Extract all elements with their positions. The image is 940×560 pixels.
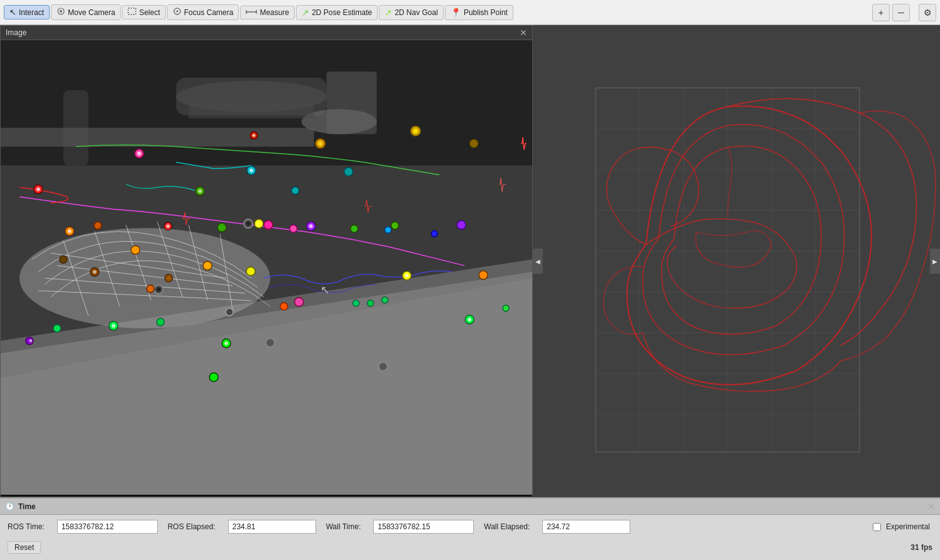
- svg-point-71: [93, 270, 97, 274]
- svg-point-78: [353, 300, 359, 306]
- image-panel-label: Image: [6, 28, 26, 37]
- experimental-label: Experimental: [886, 522, 930, 531]
- svg-point-31: [209, 373, 218, 382]
- svg-rect-94: [533, 25, 940, 497]
- time-title: 🕐 Time: [5, 502, 36, 511]
- svg-point-45: [29, 339, 32, 342]
- publish-point-icon: 📍: [451, 8, 461, 18]
- nav-goal-label: 2D Nav Goal: [395, 8, 438, 17]
- svg-point-79: [368, 300, 374, 306]
- svg-point-73: [60, 256, 67, 263]
- minus-icon: ─: [898, 8, 904, 18]
- svg-point-64: [295, 298, 303, 306]
- svg-point-82: [385, 227, 391, 233]
- svg-point-55: [246, 222, 250, 225]
- svg-point-75: [94, 222, 102, 229]
- publish-point-button[interactable]: 📍 Publish Point: [445, 5, 513, 20]
- svg-point-84: [156, 318, 164, 326]
- ros-time-label: ROS Time:: [8, 522, 45, 531]
- measure-icon: [246, 8, 257, 17]
- svg-point-80: [382, 297, 388, 303]
- gear-icon: ⚙: [924, 8, 932, 18]
- map-visualization[interactable]: [533, 25, 940, 497]
- settings-button[interactable]: ⚙: [919, 4, 936, 21]
- svg-point-88: [413, 129, 418, 134]
- time-panel-label: Time: [18, 502, 36, 511]
- image-panel: Image ✕: [0, 25, 533, 497]
- svg-point-72: [165, 274, 172, 282]
- measure-button[interactable]: Measure: [240, 6, 295, 19]
- svg-point-63: [264, 220, 273, 229]
- interact-label: Interact: [19, 8, 44, 17]
- ros-elapsed-label: ROS Elapsed:: [168, 522, 216, 531]
- svg-point-38: [36, 187, 40, 191]
- move-camera-icon: [57, 7, 65, 18]
- wall-time-input[interactable]: [373, 520, 474, 534]
- ros-time-input[interactable]: [57, 520, 158, 534]
- select-icon: [128, 8, 136, 17]
- publish-point-label: Publish Point: [464, 8, 508, 17]
- focus-camera-icon: [173, 7, 182, 18]
- svg-point-34: [131, 245, 140, 254]
- svg-point-60: [226, 308, 233, 316]
- image-panel-close[interactable]: ✕: [520, 28, 527, 38]
- svg-point-40: [167, 225, 170, 228]
- focus-camera-label: Focus Camera: [184, 8, 234, 17]
- svg-point-93: [253, 134, 256, 137]
- svg-point-49: [292, 186, 299, 194]
- select-label: Select: [139, 8, 160, 17]
- svg-rect-2: [128, 8, 136, 14]
- focus-camera-button[interactable]: Focus Camera: [167, 4, 239, 20]
- reset-button[interactable]: Reset: [8, 541, 41, 554]
- svg-rect-19: [1, 128, 314, 147]
- svg-rect-20: [189, 103, 314, 119]
- remove-button[interactable]: ─: [892, 4, 910, 21]
- pose-estimate-button[interactable]: ↗ 2D Pose Estimate: [296, 5, 378, 20]
- map-collapse-left-button[interactable]: ◀: [533, 249, 543, 274]
- svg-point-85: [53, 325, 61, 332]
- svg-point-66: [198, 189, 202, 193]
- map-collapse-right-button[interactable]: ▶: [930, 249, 940, 274]
- svg-point-30: [224, 342, 228, 345]
- svg-point-69: [351, 225, 358, 232]
- select-button[interactable]: Select: [122, 5, 165, 19]
- image-canvas[interactable]: ↖: [1, 40, 532, 495]
- nav-goal-button[interactable]: ↗ 2D Nav Goal: [379, 5, 444, 20]
- svg-point-26: [112, 324, 116, 328]
- toolbar-right: + ─ ⚙: [872, 4, 936, 21]
- svg-point-68: [391, 222, 399, 229]
- experimental-area: Experimental: [873, 522, 932, 531]
- plus-icon: +: [878, 8, 883, 18]
- wall-elapsed-input[interactable]: [542, 520, 630, 534]
- svg-point-62: [137, 152, 141, 156]
- clock-icon: 🕐: [5, 502, 14, 511]
- svg-point-89: [469, 139, 478, 148]
- svg-point-76: [280, 303, 288, 310]
- ros-elapsed-input[interactable]: [228, 520, 316, 534]
- svg-point-28: [467, 318, 471, 321]
- interact-button[interactable]: ↖ Interact: [4, 5, 50, 19]
- svg-point-83: [431, 230, 437, 237]
- move-camera-button[interactable]: Move Camera: [51, 4, 121, 20]
- svg-point-74: [146, 285, 154, 293]
- svg-point-52: [246, 267, 255, 276]
- svg-point-48: [344, 168, 353, 176]
- time-panel-close[interactable]: ✕: [927, 502, 935, 512]
- fps-display: 31 fps: [910, 543, 932, 552]
- image-panel-title: Image ✕: [1, 26, 532, 40]
- add-button[interactable]: +: [872, 4, 890, 21]
- svg-point-59: [379, 362, 388, 371]
- svg-point-47: [249, 169, 253, 173]
- svg-point-35: [203, 261, 212, 270]
- main-content: Image ✕: [0, 25, 940, 497]
- interact-icon: ↖: [9, 8, 16, 17]
- svg-point-58: [266, 338, 275, 347]
- experimental-checkbox[interactable]: [873, 523, 881, 531]
- toolbar: ↖ Interact Move Camera Select: [0, 0, 940, 25]
- svg-point-43: [457, 220, 466, 229]
- measure-label: Measure: [260, 8, 289, 17]
- svg-point-4: [176, 11, 178, 13]
- map-panel: ◀ ▶: [533, 25, 940, 497]
- svg-point-42: [309, 224, 313, 228]
- time-footer: Reset 31 fps: [0, 539, 940, 556]
